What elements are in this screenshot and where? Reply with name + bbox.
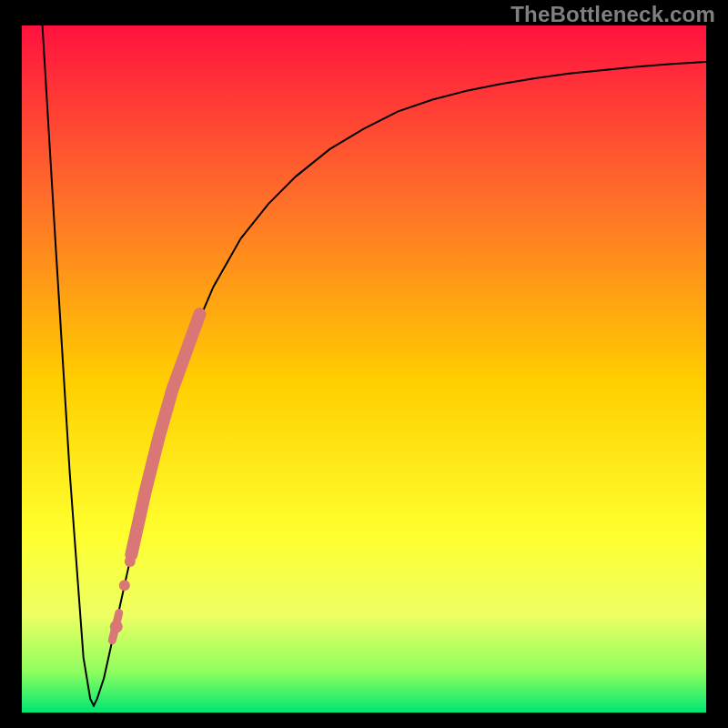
highlight-dot-3 <box>110 621 123 633</box>
highlight-dot-1 <box>119 580 130 591</box>
bottleneck-chart <box>0 0 728 728</box>
highlight-dot-2 <box>125 556 136 567</box>
watermark-text: TheBottleneck.com <box>511 2 715 27</box>
